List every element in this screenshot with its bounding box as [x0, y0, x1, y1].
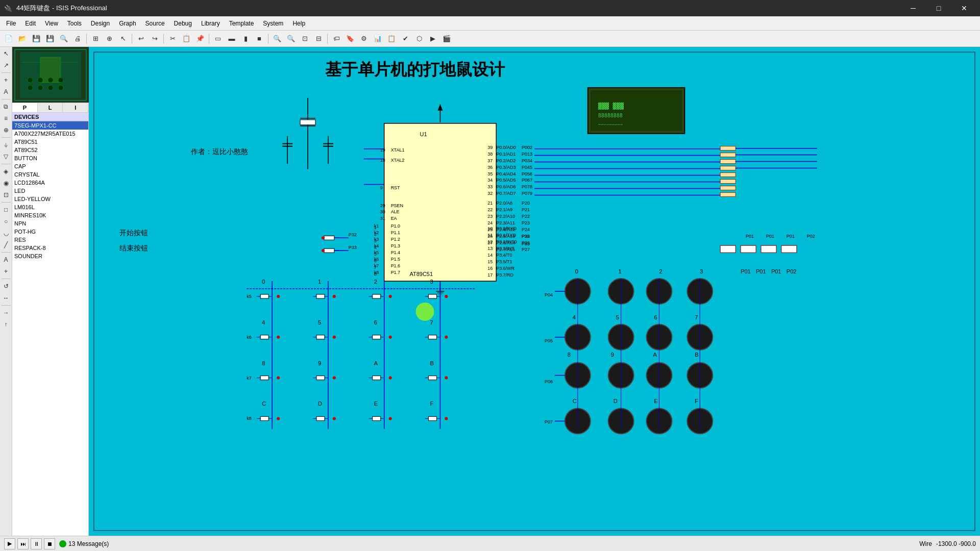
tb-tag2[interactable]: 🔖 — [344, 32, 357, 45]
menu-source[interactable]: Source — [141, 19, 169, 28]
lt-rotate[interactable]: ↺ — [1, 281, 12, 292]
tb-save[interactable]: 💾 — [30, 32, 43, 45]
device-item-sounder[interactable]: SOUNDER — [12, 252, 88, 260]
device-item-res[interactable]: RES — [12, 236, 88, 244]
tb-redo[interactable]: ↪ — [148, 32, 161, 45]
lt-generator[interactable]: ⊡ — [1, 189, 12, 201]
sidebar-tab-l[interactable]: L — [38, 103, 63, 112]
menu-file[interactable]: File — [2, 19, 20, 28]
device-item-button[interactable]: BUTTON — [12, 154, 88, 162]
tb-zoom-out[interactable]: 🔍 — [284, 32, 298, 45]
tb-print-preview[interactable]: 🔍 — [57, 32, 70, 45]
device-item-7seg[interactable]: 7SEG-MPX1-CC — [12, 121, 88, 130]
menu-help[interactable]: Help — [288, 19, 309, 28]
lt-nav1[interactable]: → — [1, 307, 12, 318]
device-item-lm016l[interactable]: LM016L — [12, 203, 88, 211]
device-item-respack8[interactable]: RESPACK-8 — [12, 244, 88, 252]
device-item-led-yellow[interactable]: LED-YELLOW — [12, 195, 88, 203]
device-item-cap[interactable]: CAP — [12, 162, 88, 170]
device-item-a700[interactable]: A700X227M2R5ATE015 — [12, 130, 88, 138]
tb-zoom-area[interactable]: ⊟ — [312, 32, 325, 45]
tb-netlist[interactable]: 📊 — [371, 32, 384, 45]
close-button[interactable]: ✕ — [952, 0, 976, 16]
device-item-minres10k[interactable]: MINRES10K — [12, 211, 88, 219]
tb-copy[interactable]: 📋 — [180, 32, 193, 45]
tb-origin[interactable]: ⊕ — [103, 32, 116, 45]
menu-edit[interactable]: Edit — [21, 19, 40, 28]
lt-box[interactable]: □ — [1, 204, 12, 215]
stop-button[interactable]: ⏹ — [44, 538, 55, 549]
lt-probe[interactable]: ◈ — [1, 166, 12, 177]
lt-label[interactable]: A — [1, 254, 12, 265]
tb-new[interactable]: 📄 — [2, 32, 15, 45]
menu-library[interactable]: Library — [197, 19, 224, 28]
device-item-pot-hg[interactable]: POT-HG — [12, 228, 88, 236]
sidebar-tab-i[interactable]: I — [63, 103, 88, 112]
menu-graph[interactable]: Graph — [115, 19, 140, 28]
tb-check[interactable]: ✔ — [399, 32, 412, 45]
menu-template[interactable]: Template — [225, 19, 258, 28]
device-item-at89c51[interactable]: AT89C51 — [12, 138, 88, 146]
tb-zoom-fit[interactable]: ⊡ — [298, 32, 311, 45]
svg-text:P3.2/INT0: P3.2/INT0 — [496, 239, 517, 244]
tb-zoom-in[interactable]: 🔍 — [271, 32, 284, 45]
tb-open[interactable]: 📂 — [16, 32, 29, 45]
tb-tag1[interactable]: 🏷 — [330, 32, 343, 45]
play-button[interactable]: ▶ — [4, 538, 15, 549]
lt-bus[interactable]: ≡ — [1, 113, 12, 124]
lt-sub[interactable]: ⊕ — [1, 124, 12, 136]
lt-nav2[interactable]: ↑ — [1, 319, 12, 330]
tb-bom[interactable]: 📋 — [385, 32, 398, 45]
tb-undo[interactable]: ↩ — [134, 32, 148, 45]
lt-sep6 — [2, 252, 11, 253]
lt-line[interactable]: ╱ — [1, 239, 12, 251]
tb-sim[interactable]: ▶ — [426, 32, 439, 45]
lt-power[interactable]: ⏚ — [1, 139, 12, 151]
lt-wire[interactable]: ↗ — [1, 60, 12, 71]
step-button[interactable]: ⏭ — [17, 538, 29, 549]
sidebar-tab-p[interactable]: P — [12, 103, 38, 112]
lt-tape[interactable]: ◉ — [1, 178, 12, 189]
tb-print[interactable]: 🖨 — [71, 32, 84, 45]
lt-text[interactable]: A — [1, 86, 12, 97]
menu-system[interactable]: System — [259, 19, 287, 28]
minimize-button[interactable]: ─ — [901, 0, 925, 16]
tb-block4[interactable]: ■ — [253, 32, 266, 45]
device-item-npn[interactable]: NPN — [12, 219, 88, 228]
tb-block1[interactable]: ▭ — [211, 32, 225, 45]
tb-grid[interactable]: ⊞ — [89, 32, 102, 45]
lt-circle[interactable]: ○ — [1, 216, 12, 227]
tb-pcb[interactable]: ⬡ — [412, 32, 426, 45]
tb-vsmstudio[interactable]: 🎬 — [440, 32, 453, 45]
tb-block3[interactable]: ▮ — [239, 32, 252, 45]
menu-view[interactable]: View — [41, 19, 62, 28]
device-list[interactable]: 7SEG-MPX1-CC A700X227M2R5ATE015 AT89C51 … — [12, 121, 88, 536]
device-item-led[interactable]: LED — [12, 187, 88, 195]
tb-cursor[interactable]: ↖ — [116, 32, 130, 45]
lt-sym[interactable]: + — [1, 266, 12, 277]
svg-text:P078: P078 — [522, 184, 532, 189]
menu-debug[interactable]: Debug — [170, 19, 196, 28]
tb-paste[interactable]: 📌 — [193, 32, 207, 45]
lt-ground[interactable]: ▽ — [1, 151, 12, 162]
menu-design[interactable]: Design — [87, 19, 114, 28]
svg-text:P0.6/AD6: P0.6/AD6 — [496, 184, 516, 189]
tb-block2[interactable]: ▬ — [225, 32, 238, 45]
device-item-at89c52[interactable]: AT89C52 — [12, 146, 88, 154]
svg-text:RST: RST — [391, 185, 400, 190]
lt-arc[interactable]: ◡ — [1, 228, 12, 239]
tb-prop[interactable]: ⚙ — [357, 32, 371, 45]
device-item-lcd12864a[interactable]: LCD12864A — [12, 179, 88, 187]
lt-component[interactable]: ⧉ — [1, 101, 12, 112]
lt-select[interactable]: ↖ — [1, 48, 12, 59]
canvas-area[interactable]: 基于单片机的打地鼠设计 作者：逗比小憨憨 开始按钮 结束按钮 U1 AT89C5… — [89, 47, 980, 536]
device-item-crystal[interactable]: CRYSTAL — [12, 170, 88, 179]
pause-button[interactable]: ⏸ — [31, 538, 42, 549]
lt-flip[interactable]: ↔ — [1, 292, 12, 304]
tb-save2[interactable]: 💾 — [43, 32, 57, 45]
lt-place[interactable]: + — [1, 74, 12, 86]
menu-tools[interactable]: Tools — [63, 19, 86, 28]
tb-cut[interactable]: ✂ — [166, 32, 179, 45]
maximize-button[interactable]: □ — [927, 0, 950, 16]
svg-text:37: 37 — [487, 158, 493, 163]
